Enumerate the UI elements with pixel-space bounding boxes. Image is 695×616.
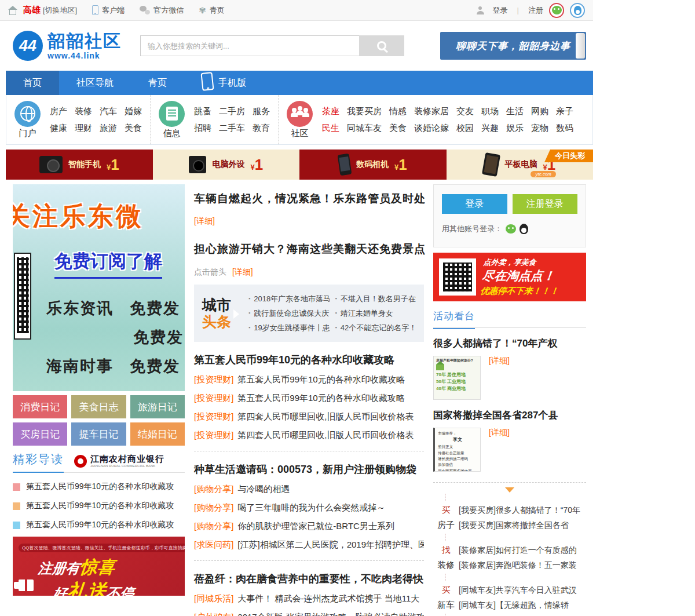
right-news-headline[interactable]: 国家将撤掉全国各省287个县 — [433, 409, 586, 422]
city-headline-item[interactable]: 19岁女生跳楼事件丨患抑 — [248, 320, 330, 335]
cat-link[interactable]: 装修家居 — [414, 106, 449, 117]
city-headline-item[interactable]: 践行新使命忠诚保大庆 — [248, 306, 330, 320]
cat-link[interactable]: 理财 — [75, 123, 92, 134]
detail-link[interactable]: [详细] — [194, 216, 215, 225]
ytc-button[interactable]: ytc.com — [531, 171, 556, 177]
cat-link[interactable]: 数码 — [556, 123, 573, 134]
cat-link[interactable]: 兴趣 — [481, 123, 499, 134]
cat-link[interactable]: 二手车 — [219, 123, 245, 134]
cat-link[interactable]: 跳蚤 — [194, 106, 211, 117]
news-list-item[interactable]: [同城乐活]大事件！ 精武会-连州杰龙武术馆携手 当地11大 — [194, 593, 424, 604]
cat-link[interactable]: 装修 — [75, 106, 92, 117]
cat-link[interactable]: 二手房 — [219, 106, 245, 117]
news-thumbnail[interactable]: 主编推荐： 李文 坚持正义 传播社会正能量 请长按扫描二维码 添加微信 朋友圈有… — [433, 428, 481, 472]
digest-item[interactable]: 第五套人民币99年10元的各种水印收藏攻 — [13, 482, 185, 492]
nav-home[interactable]: 首页 — [6, 71, 59, 95]
news-list-item[interactable]: [投资理财]第五套人民币99年10元的各种水印收藏攻略 — [194, 393, 424, 404]
city-headline-item[interactable]: 42个不能忘记的名字！ — [335, 320, 416, 335]
qq-login-icon[interactable] — [570, 3, 585, 18]
cat-link[interactable]: 职场 — [481, 106, 499, 117]
topic-link[interactable]: [装修家居]如何打造一个有质感的 — [459, 542, 586, 557]
diary-btn-car[interactable]: 提车日记 — [71, 422, 126, 446]
cat-link[interactable]: 同城车友 — [347, 123, 382, 134]
city-headline-item[interactable]: 2018年广东各地市落马官 — [248, 291, 330, 306]
cat-link[interactable]: 校园 — [456, 123, 474, 134]
news-list-item[interactable]: [投资理财]第五套人民币99年10元的各种水印收藏攻略 — [194, 374, 424, 385]
login-button[interactable]: 登录 — [442, 194, 507, 214]
topic-link[interactable]: [我要买房]国家将撤掉全国各省 — [459, 517, 586, 533]
register-link[interactable]: 注册 — [528, 5, 543, 16]
news-list-item[interactable]: [购物分享]你的肌肤护理管家已就位-BRTC男士系列 — [194, 521, 424, 532]
register-gift-ad[interactable]: QQ首次登陆、微博首次登陆、微信关注、手机注册全都送彩币，彩币可直接抽奖 注册有… — [13, 537, 185, 596]
diary-btn-house[interactable]: 买房日记 — [13, 422, 67, 446]
nav-qingye[interactable]: 青页 — [131, 71, 184, 95]
city-headline-item[interactable]: 不堪入目！数名男子在女 — [335, 291, 416, 306]
detail-link[interactable]: [详细] — [489, 428, 510, 438]
section-title[interactable]: 蓓盈纤：肉在膳食营养中的重要性，不吃肉老得快 — [194, 572, 424, 586]
cat-link[interactable]: 娱乐 — [506, 123, 524, 134]
ledong-ad-banner[interactable]: 关注乐东微 免费订阅了解 乐东资讯免费发 免费发 海南时事免费发 — [13, 184, 185, 391]
qq-login-icon[interactable] — [520, 224, 528, 234]
promo-digital-camera[interactable]: 数码相机 ¥1 — [299, 150, 447, 180]
topic-link[interactable]: [装修家居]奔跑吧装修！五一家装 — [459, 557, 586, 573]
news-list-item[interactable]: [购物分享]与冷喝的相遇 — [194, 484, 424, 495]
current-city[interactable]: 高雄 — [23, 5, 41, 16]
nav-community-guide[interactable]: 社区导航 — [59, 71, 131, 95]
topic-link[interactable]: [同城车友]【无缘超跑，情缘轿 — [459, 597, 586, 613]
detail-link[interactable]: [详细] — [489, 356, 510, 366]
news-list-item[interactable]: [户外驴友]2017全新版-张家界旅游攻略，防骗必读自助游攻 — [194, 612, 424, 616]
cat-link[interactable]: 美食 — [389, 123, 407, 134]
cat-link[interactable]: 情感 — [389, 106, 407, 117]
home-icon[interactable] — [8, 6, 17, 14]
right-news-headline[interactable]: 很多人都搞错了！“70年产权 — [433, 337, 586, 350]
promo-tablet[interactable]: 今日头彩 平板电脑 ¥1 ytc.com — [447, 150, 594, 180]
news-list-item[interactable]: [求医问药][江苏]相城区第二人民医院，2019年招聘护理、医 — [194, 540, 424, 551]
news-list-item[interactable]: [投资理财]第四套人民币哪里回收,旧版人民币回收价格表 — [194, 411, 424, 422]
cat-link[interactable]: 服务 — [253, 106, 270, 117]
search-input[interactable] — [140, 35, 359, 56]
cat-link[interactable]: 交友 — [456, 106, 474, 117]
cat-link[interactable]: 亲子 — [556, 106, 573, 117]
region-switcher[interactable]: 高雄 [切换地区] — [23, 5, 77, 16]
topic-link[interactable]: [同城车友]共享汽车今日入驻武汉 — [459, 582, 586, 597]
wechat-login-icon[interactable] — [506, 224, 516, 234]
cat-link[interactable]: 房产 — [50, 106, 67, 117]
bank-logo[interactable]: 江南农村商业银行 JIANGNAN RURAL COMMERCIAL BANK — [74, 454, 164, 472]
diary-btn-wedding[interactable]: 结婚日记 — [130, 422, 185, 446]
second-headline[interactable]: 担心旅游开销大？海南这些美翻天还免费景点 — [194, 242, 424, 257]
register-login-button[interactable]: 注册登录 — [513, 194, 578, 214]
digest-item[interactable]: 第五套人民币99年10元的各种水印收藏攻 — [13, 520, 185, 530]
wechat-login-icon[interactable] — [549, 3, 564, 18]
cat-link[interactable]: 宠物 — [531, 123, 548, 134]
cat-link[interactable]: 汽车 — [100, 106, 117, 117]
client-label[interactable]: 客户端 — [102, 5, 125, 16]
cat-link[interactable]: 健康 — [50, 123, 67, 134]
official-wechat-link[interactable]: 官方微信 — [140, 5, 184, 16]
cat-link[interactable]: 我要买房 — [347, 106, 382, 117]
qingye-label[interactable]: 青页 — [210, 5, 225, 16]
digest-item[interactable]: 第五套人民币99年10元的各种水印收藏攻 — [13, 501, 185, 511]
news-list-item[interactable]: [购物分享]喝了三年咖啡的我为什么会突然戒掉～ — [194, 502, 424, 513]
site-logo[interactable]: 44 韶韶社区 www.44.link — [13, 31, 122, 61]
cat-link[interactable]: 茶座 — [322, 106, 339, 117]
diary-btn-food[interactable]: 美食日志 — [71, 395, 126, 418]
diary-btn-consume[interactable]: 消费日记 — [13, 395, 67, 418]
cat-link[interactable]: 美食 — [125, 123, 142, 134]
cat-link[interactable]: 旅游 — [100, 123, 117, 134]
qingye-link[interactable]: ✾ 青页 — [199, 5, 225, 16]
collapse-triangle-icon[interactable] — [505, 487, 514, 493]
cat-link[interactable]: 民生 — [322, 123, 339, 134]
client-link[interactable]: 客户端 — [92, 5, 125, 16]
topic-link[interactable]: [我要买房]很多人都搞错了！“70年 — [459, 502, 586, 517]
wechat-label[interactable]: 官方微信 — [153, 5, 184, 16]
section-title[interactable]: 种草生活邀请码：000573，新用户注册领购物袋 — [194, 462, 424, 476]
news-thumbnail[interactable]: 房屋产权年限如何划分? 70年 居住用地 50年 工业用地 40年 商业用地 — [433, 356, 481, 400]
cat-link[interactable]: 谈婚论嫁 — [414, 123, 449, 134]
section-title[interactable]: 第五套人民币99年10元的各种水印收藏攻略 — [194, 353, 424, 367]
nav-mobile-version[interactable]: 手机版 — [184, 71, 264, 95]
cat-link[interactable]: 招聘 — [194, 123, 211, 134]
promo-pc-accessories[interactable]: 电脑外设 ¥1 — [153, 150, 300, 180]
cat-link[interactable]: 生活 — [506, 106, 524, 117]
cat-link[interactable]: 婚嫁 — [125, 106, 142, 117]
search-button[interactable] — [359, 35, 404, 56]
